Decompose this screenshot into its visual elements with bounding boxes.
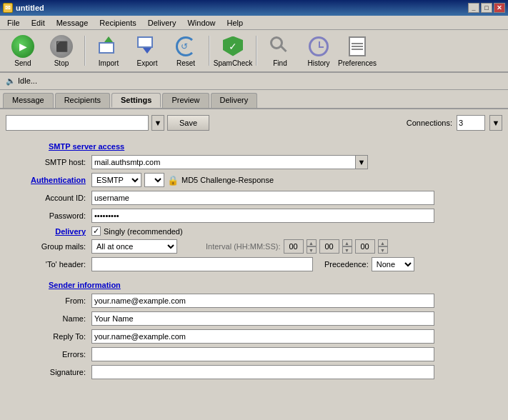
toolbar-separator-2	[209, 36, 210, 66]
preferences-icon	[349, 36, 366, 56]
auth-sub-select[interactable]	[144, 173, 164, 187]
toolbar-separator-3	[256, 36, 257, 66]
signature-label: Signature:	[6, 368, 91, 376]
signature-row: Signature:	[6, 365, 502, 379]
group-mails-select[interactable]: All at once By domain Custom	[91, 239, 177, 254]
to-header-row: 'To' header: Precedence: None Bulk List	[6, 257, 502, 271]
profile-dropdown[interactable]	[6, 115, 149, 131]
smtp-host-row: SMTP host: ▼	[6, 155, 502, 169]
menu-window[interactable]: Window	[181, 17, 221, 29]
smtp-host-input[interactable]	[91, 155, 356, 169]
tab-delivery[interactable]: Delivery	[211, 93, 258, 108]
to-header-input[interactable]	[91, 257, 313, 271]
reset-button[interactable]: ↺ Reset	[167, 33, 204, 69]
menu-delivery[interactable]: Delivery	[142, 17, 182, 29]
account-id-input[interactable]	[91, 191, 434, 205]
interval-ss-input[interactable]	[355, 239, 375, 254]
interval-mm-spinners: ▲ ▼	[342, 239, 352, 254]
interval-hh-down[interactable]: ▼	[307, 246, 317, 254]
import-icon	[97, 35, 120, 58]
menu-recipients[interactable]: Recipients	[94, 17, 141, 29]
interval-hh-input[interactable]	[284, 239, 304, 254]
interval-ss-down[interactable]: ▼	[378, 246, 388, 254]
password-input[interactable]	[91, 209, 434, 223]
connections-value: 3	[459, 119, 463, 127]
close-button[interactable]: ✕	[494, 3, 505, 13]
precedence-label: Precedence:	[324, 260, 369, 269]
preferences-label: Preferences	[338, 59, 377, 67]
account-id-label: Account ID:	[6, 194, 91, 202]
import-label: Import	[99, 59, 119, 67]
interval-ss-up[interactable]: ▲	[378, 239, 388, 246]
interval-mm-input[interactable]	[319, 239, 339, 254]
maximize-button[interactable]: □	[481, 3, 492, 13]
settings-panel: ▼ Save Connections: 3 ▼ SMTP server acce…	[0, 109, 508, 389]
spamcheck-label: SpamCheck	[214, 59, 252, 67]
stop-label: Stop	[54, 59, 69, 67]
history-icon	[309, 36, 329, 56]
from-input[interactable]	[91, 294, 434, 308]
history-label: History	[307, 59, 329, 67]
tab-settings[interactable]: Settings	[111, 93, 161, 108]
find-label: Find	[273, 59, 287, 67]
menu-help[interactable]: Help	[221, 17, 249, 29]
window-title: untitled	[16, 4, 44, 12]
delivery-label[interactable]: Delivery	[6, 227, 91, 236]
menu-message[interactable]: Message	[51, 17, 94, 29]
name-input[interactable]	[91, 311, 434, 326]
toolbar: ▶ Send ⬛ Stop Import Export	[0, 30, 508, 73]
auth-label[interactable]: Authentication	[6, 176, 91, 184]
tab-message[interactable]: Message	[3, 93, 54, 108]
tab-bar: Message Recipients Settings Preview Deli…	[0, 90, 508, 109]
preferences-button[interactable]: Preferences	[339, 33, 376, 69]
menu-bar: File Edit Message Recipients Delivery Wi…	[0, 16, 508, 30]
smtp-host-label: SMTP host:	[6, 158, 91, 166]
minimize-button[interactable]: _	[468, 3, 479, 13]
stop-icon: ⬛	[50, 35, 73, 58]
save-button[interactable]: Save	[167, 115, 209, 131]
send-button[interactable]: ▶ Send	[4, 33, 41, 69]
status-bar: 🔈 Idle...	[0, 73, 508, 90]
export-button[interactable]: Export	[129, 33, 166, 69]
export-label: Export	[137, 59, 158, 67]
precedence-select[interactable]: None Bulk List	[372, 257, 414, 271]
sender-section-header[interactable]: Sender information	[6, 275, 502, 294]
lock-icon: 🔒	[167, 175, 179, 186]
interval-hh-spinners: ▲ ▼	[307, 239, 317, 254]
reply-to-label: Reply To:	[6, 332, 91, 341]
history-button[interactable]: History	[300, 33, 337, 69]
reset-label: Reset	[176, 59, 195, 67]
singly-checkbox[interactable]: ✓	[91, 226, 101, 236]
find-button[interactable]: Find	[262, 33, 299, 69]
signature-input[interactable]	[91, 365, 434, 379]
profile-dropdown-arrow[interactable]: ▼	[151, 115, 164, 131]
reply-to-input[interactable]	[91, 329, 434, 344]
singly-label: Singly (recommended)	[104, 227, 183, 236]
password-row: Password:	[6, 209, 502, 223]
interval-mm-down[interactable]: ▼	[342, 246, 352, 254]
import-button[interactable]: Import	[90, 33, 127, 69]
auth-type-select[interactable]: ESMTP	[91, 173, 141, 187]
reset-icon: ↺	[176, 36, 196, 56]
interval-mm-up[interactable]: ▲	[342, 239, 352, 246]
spamcheck-button[interactable]: ✓ SpamCheck	[214, 33, 251, 69]
connections-dropdown-arrow[interactable]: ▼	[489, 115, 502, 131]
errors-label: Errors:	[6, 350, 91, 359]
settings-toolbar: ▼ Save Connections: 3 ▼	[6, 115, 502, 131]
errors-input[interactable]	[91, 347, 434, 361]
tab-preview[interactable]: Preview	[162, 93, 209, 108]
menu-edit[interactable]: Edit	[26, 17, 51, 29]
interval-hh-up[interactable]: ▲	[307, 239, 317, 246]
stop-button[interactable]: ⬛ Stop	[43, 33, 80, 69]
smtp-host-dropdown-arrow[interactable]: ▼	[355, 155, 368, 169]
to-header-label: 'To' header:	[6, 260, 91, 269]
send-label: Send	[14, 59, 31, 67]
menu-file[interactable]: File	[1, 17, 26, 29]
interval-label: Interval (HH:MM:SS):	[206, 242, 281, 251]
connections-dropdown[interactable]: 3	[457, 115, 485, 131]
reply-to-row: Reply To:	[6, 329, 502, 344]
auth-row: Authentication ESMTP 🔒 MD5 Challenge-Res…	[6, 173, 502, 187]
from-row: From:	[6, 294, 502, 308]
smtp-section-header[interactable]: SMTP server access	[6, 136, 502, 155]
tab-recipients[interactable]: Recipients	[55, 93, 110, 108]
